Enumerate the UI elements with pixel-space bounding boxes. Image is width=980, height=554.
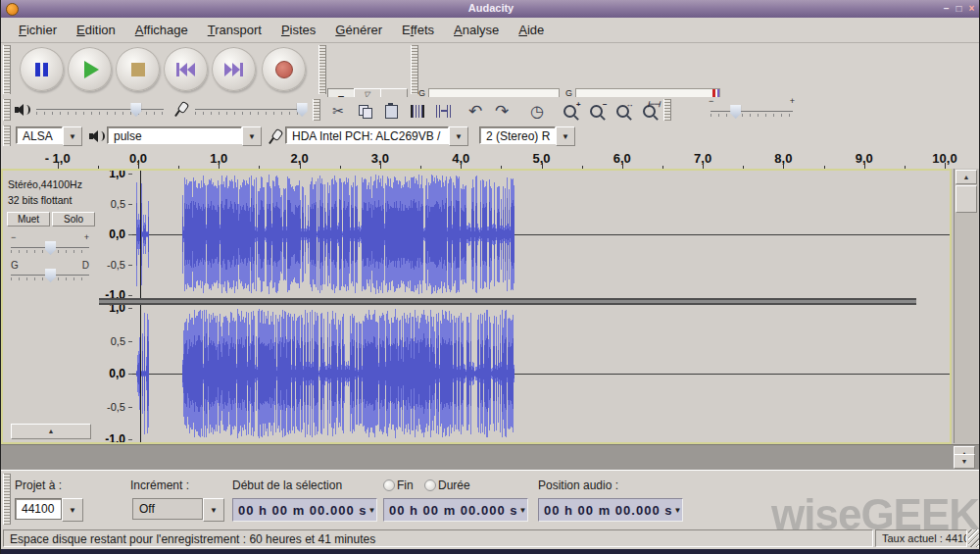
- stop-icon: [131, 63, 145, 76]
- length-radio[interactable]: [424, 479, 436, 491]
- channel-divider: [99, 298, 916, 305]
- selection-start-field[interactable]: 00 h 00 m 00.000 s ▼: [232, 498, 377, 522]
- chevron-down-icon[interactable]: ▼: [556, 126, 575, 146]
- record-button[interactable]: [262, 47, 306, 91]
- audio-host-combo[interactable]: ALSA ▼: [16, 126, 82, 146]
- sync-lock-button[interactable]: ◷: [523, 99, 551, 123]
- project-rate-combo[interactable]: 44100 ▼: [15, 498, 83, 522]
- menu-pistes[interactable]: Pistes: [271, 20, 325, 40]
- mute-button[interactable]: Muet: [7, 212, 50, 227]
- input-volume-slider[interactable]: [195, 103, 305, 117]
- recording-device-value[interactable]: HDA Intel PCH: ALC269VB /: [285, 126, 449, 144]
- menu-edition[interactable]: Edition: [67, 20, 125, 40]
- menu-affichage[interactable]: Affichage: [125, 20, 198, 40]
- playback-device-value[interactable]: pulse: [107, 126, 242, 144]
- playback-speed-slider[interactable]: − +: [710, 105, 793, 119]
- waveform-channel-2[interactable]: [132, 305, 950, 442]
- tools-toolbar-grip[interactable]: [318, 45, 326, 94]
- selection-start-value[interactable]: 00 h 00 m 00.000 s: [238, 503, 367, 518]
- chevron-down-icon[interactable]: ▼: [203, 498, 224, 522]
- chevron-down-icon[interactable]: ▼: [368, 506, 376, 515]
- maximize-button[interactable]: □: [954, 3, 964, 14]
- trim-button[interactable]: [404, 99, 431, 123]
- play-button[interactable]: [68, 47, 112, 91]
- snap-to-value[interactable]: Off: [132, 498, 203, 520]
- minimize-button[interactable]: –: [941, 3, 952, 14]
- menu-effets[interactable]: Effets: [392, 20, 444, 40]
- vertical-ruler-channel-2[interactable]: 1,00,50,0-0,5-1,0: [99, 305, 133, 442]
- end-radio[interactable]: [383, 479, 395, 491]
- redo-button[interactable]: ↷: [488, 99, 515, 123]
- audio-position-value[interactable]: 00 h 00 m 00.000 s: [544, 503, 672, 518]
- transcription-toolbar-grip[interactable]: [663, 99, 671, 121]
- cut-button[interactable]: ✂: [324, 99, 352, 123]
- snap-to-combo[interactable]: Off ▼: [132, 498, 224, 522]
- device-toolbar-grip[interactable]: [3, 126, 11, 146]
- redo-icon: ↷: [495, 101, 509, 122]
- vertical-scrollbar[interactable]: ▲: [954, 169, 978, 443]
- recording-channels-value[interactable]: 2 (Stereo) R: [479, 126, 556, 144]
- zoom-selection-button[interactable]: ↔: [609, 99, 636, 123]
- chevron-down-icon[interactable]: ▼: [242, 126, 262, 146]
- audio-position-field[interactable]: 00 h 00 m 00.000 s ▼: [538, 498, 683, 522]
- chevron-down-icon[interactable]: ▼: [63, 126, 82, 146]
- chevron-down-icon[interactable]: ▼: [518, 506, 527, 515]
- copy-icon: [359, 105, 371, 118]
- stereo-track[interactable]: Stéréo,44100Hz 32 bits flottant Muet Sol…: [1, 169, 952, 444]
- timeline-ruler[interactable]: - 1,00,01,02,03,04,05,06,07,08,09,010,0: [1, 149, 980, 170]
- vertical-scrollbar-thumb[interactable]: [956, 185, 977, 213]
- zoom-in-button[interactable]: +: [556, 99, 583, 123]
- horizontal-scrollbar[interactable]: ▲ ▼: [1, 444, 980, 471]
- paste-button[interactable]: [377, 99, 405, 123]
- menu-fichier[interactable]: Fichier: [9, 20, 67, 40]
- zoom-out-button[interactable]: −: [582, 99, 610, 123]
- end-radio-label[interactable]: Fin: [397, 478, 414, 492]
- mixer-toolbar-grip[interactable]: [3, 99, 11, 121]
- stop-button[interactable]: [116, 47, 160, 91]
- silence-button[interactable]: [430, 99, 458, 123]
- audio-position-label: Position audio :: [538, 478, 618, 492]
- selection-end-value[interactable]: 00 h 00 m 00.000 s: [389, 503, 517, 518]
- chevron-down-icon[interactable]: ▼: [673, 506, 682, 515]
- scroll-down-icon[interactable]: ▼: [954, 454, 975, 469]
- edit-toolbar-grip[interactable]: [313, 99, 320, 121]
- chevron-down-icon[interactable]: ▼: [449, 126, 468, 146]
- solo-button[interactable]: Solo: [52, 212, 95, 227]
- selection-end-field[interactable]: 00 h 00 m 00.000 s ▼: [383, 498, 528, 522]
- track-control-panel[interactable]: Stéréo,44100Hz 32 bits flottant Muet Sol…: [3, 171, 100, 442]
- playback-device-combo[interactable]: pulse ▼: [107, 126, 262, 146]
- resize-grip[interactable]: [968, 529, 980, 547]
- skip-to-end-button[interactable]: [212, 47, 256, 91]
- output-volume-slider[interactable]: [36, 103, 164, 117]
- menu-gnrer[interactable]: Générer: [325, 20, 392, 40]
- meter-toolbar-grip[interactable]: [411, 45, 418, 94]
- close-button[interactable]: ×: [966, 3, 977, 14]
- scroll-up-icon[interactable]: ▲: [956, 170, 977, 184]
- track-gain-slider[interactable]: − +: [11, 241, 89, 255]
- zoom-fit-icon: ⊢⊣: [643, 105, 656, 118]
- project-rate-value[interactable]: 44100: [15, 498, 62, 520]
- titlebar[interactable]: Audacity – □ ×: [1, 0, 980, 19]
- chevron-down-icon[interactable]: ▼: [62, 498, 83, 522]
- recording-device-combo[interactable]: HDA Intel PCH: ALC269VB / ▼: [285, 126, 468, 146]
- vertical-ruler-channel-1[interactable]: 1,00,50,0-0,5-1,0: [99, 171, 133, 298]
- skip-to-start-button[interactable]: [164, 47, 208, 91]
- record-icon: [275, 61, 293, 78]
- track-pan-slider[interactable]: G D: [11, 269, 89, 282]
- copy-button[interactable]: [351, 99, 378, 123]
- menu-transport[interactable]: Transport: [198, 20, 271, 40]
- zoom-fit-button[interactable]: ⊢⊣: [635, 99, 662, 123]
- selection-toolbar-grip[interactable]: [3, 474, 11, 525]
- waveform-channel-1[interactable]: [132, 171, 950, 298]
- transport-toolbar-grip[interactable]: [3, 45, 11, 94]
- menu-aide[interactable]: Aide: [509, 20, 554, 40]
- pause-button[interactable]: [20, 47, 64, 91]
- length-radio-label[interactable]: Durée: [438, 478, 470, 492]
- ruler-label: -1,0: [105, 288, 125, 298]
- collapse-track-button[interactable]: ▲: [11, 424, 91, 439]
- recording-channels-combo[interactable]: 2 (Stereo) R ▼: [479, 126, 575, 146]
- peak-indicator: [717, 89, 719, 97]
- menu-analyse[interactable]: Analyse: [444, 20, 509, 40]
- undo-button[interactable]: ↶: [462, 99, 489, 123]
- audio-host-value[interactable]: ALSA: [16, 126, 63, 144]
